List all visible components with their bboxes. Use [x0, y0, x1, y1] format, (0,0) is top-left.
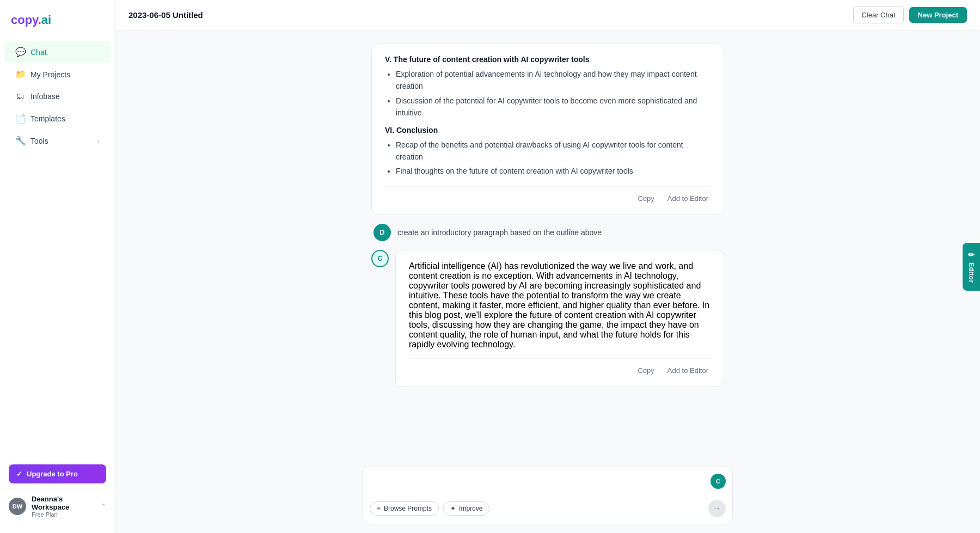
tools-icon: 🔧	[15, 136, 25, 146]
editor-icon: ✏	[967, 250, 976, 259]
avatar: DW	[9, 498, 26, 515]
sidebar: copy.ai 💬 Chat 📁 My Projects 🗂 Infobase …	[0, 0, 115, 533]
header-actions: Clear Chat New Project	[853, 7, 967, 23]
sidebar-item-label: Tools	[30, 137, 48, 145]
ai-response-row: C Artificial intelligence (AI) has revol…	[371, 250, 724, 387]
main-content: 2023-06-05 Untitled Clear Chat New Proje…	[115, 0, 980, 533]
list-item: Discussion of the potential for AI copyw…	[396, 95, 710, 119]
workspace-selector[interactable]: DW Deanna's Workspace Free Plan ⌃	[0, 488, 115, 524]
infobase-icon: 🗂	[15, 91, 25, 101]
sidebar-item-label: Chat	[30, 48, 47, 57]
ai-response-text: Artificial intelligence (AI) has revolut…	[409, 261, 710, 350]
projects-icon: 📁	[15, 69, 25, 79]
sidebar-item-label: Infobase	[30, 92, 60, 101]
add-to-editor-button[interactable]: Add to Editor	[665, 365, 710, 376]
improve-icon: ✦	[450, 505, 456, 512]
copy-button[interactable]: Copy	[635, 193, 656, 204]
add-to-editor-button[interactable]: Add to Editor	[665, 193, 710, 204]
sidebar-item-infobase[interactable]: 🗂 Infobase	[4, 86, 111, 107]
user-message-text: create an introductory paragraph based o…	[397, 224, 602, 238]
chat-input-box: C ≡ Browse Prompts ✦ Improve →	[363, 467, 733, 524]
chevron-up-icon: ⌃	[101, 503, 106, 510]
sidebar-item-chat[interactable]: 💬 Chat	[4, 41, 111, 63]
browse-prompts-button[interactable]: ≡ Browse Prompts	[370, 501, 439, 516]
input-footer: ≡ Browse Prompts ✦ Improve →	[370, 500, 726, 517]
avatar: D	[373, 224, 391, 241]
send-button[interactable]: →	[708, 500, 726, 517]
logo-text: copy.ai	[11, 13, 51, 27]
ai-outline-block: V. The future of content creation with A…	[371, 44, 724, 215]
avatar-initials: C	[378, 255, 383, 262]
logo: copy.ai	[0, 9, 115, 40]
sidebar-item-label: My Projects	[30, 70, 70, 79]
section-v-bullets: Exploration of potential advancements in…	[396, 68, 710, 119]
logo-word: copy	[11, 13, 38, 27]
sidebar-item-my-projects[interactable]: 📁 My Projects	[4, 64, 111, 85]
clear-chat-button[interactable]: Clear Chat	[853, 7, 903, 23]
sidebar-item-templates[interactable]: 📄 Templates	[4, 108, 111, 129]
logo-suffix: ai	[41, 13, 51, 27]
response-message-actions: Copy Add to Editor	[409, 358, 710, 376]
upgrade-icon: ✓	[16, 470, 22, 478]
ai-avatar: C	[371, 250, 389, 267]
chevron-right-icon: ›	[97, 137, 100, 145]
copy-button[interactable]: Copy	[635, 365, 656, 376]
browse-prompts-icon: ≡	[377, 505, 381, 512]
workspace-plan: Free Plan	[32, 511, 95, 518]
avatar-initials: D	[379, 228, 384, 236]
ai-response-block: Artificial intelligence (AI) has revolut…	[395, 250, 724, 387]
browse-prompts-label: Browse Prompts	[384, 505, 432, 512]
list-item: Final thoughts on the future of content …	[396, 165, 710, 177]
avatar-initials: DW	[13, 503, 22, 510]
new-project-button[interactable]: New Project	[909, 7, 967, 23]
editor-tab[interactable]: ✏ Editor	[963, 242, 980, 290]
main-header: 2023-06-05 Untitled Clear Chat New Proje…	[115, 0, 980, 30]
send-icon: →	[713, 504, 721, 513]
list-item: Recap of the benefits and potential draw…	[396, 139, 710, 163]
sidebar-item-label: Templates	[30, 114, 65, 123]
user-message-row: D create an introductory paragraph based…	[371, 224, 724, 241]
chat-input[interactable]	[372, 474, 706, 495]
editor-tab-label: Editor	[967, 262, 975, 283]
sidebar-nav: 💬 Chat 📁 My Projects 🗂 Infobase 📄 Templa…	[0, 40, 115, 152]
list-item: Exploration of potential advancements in…	[396, 68, 710, 93]
section-v-title: V. The future of content creation with A…	[385, 55, 710, 64]
section-vi-title: VI. Conclusion	[385, 126, 710, 134]
section-vi-bullets: Recap of the benefits and potential draw…	[396, 139, 710, 177]
chat-icon: 💬	[15, 47, 25, 57]
workspace-name: Deanna's Workspace	[32, 495, 95, 511]
chat-area: V. The future of content creation with A…	[115, 30, 980, 460]
outline-message-actions: Copy Add to Editor	[385, 186, 710, 204]
upgrade-label: Upgrade to Pro	[27, 470, 78, 478]
upgrade-to-pro-button[interactable]: ✓ Upgrade to Pro	[9, 464, 106, 483]
copyai-logo-icon: C	[710, 474, 726, 489]
chat-content: V. The future of content creation with A…	[363, 44, 733, 387]
input-area: C ≡ Browse Prompts ✦ Improve →	[115, 460, 980, 533]
improve-label: Improve	[459, 505, 482, 512]
templates-icon: 📄	[15, 113, 25, 124]
improve-button[interactable]: ✦ Improve	[443, 501, 489, 516]
sidebar-item-tools[interactable]: 🔧 Tools ›	[4, 130, 111, 151]
page-title: 2023-06-05 Untitled	[128, 10, 203, 20]
